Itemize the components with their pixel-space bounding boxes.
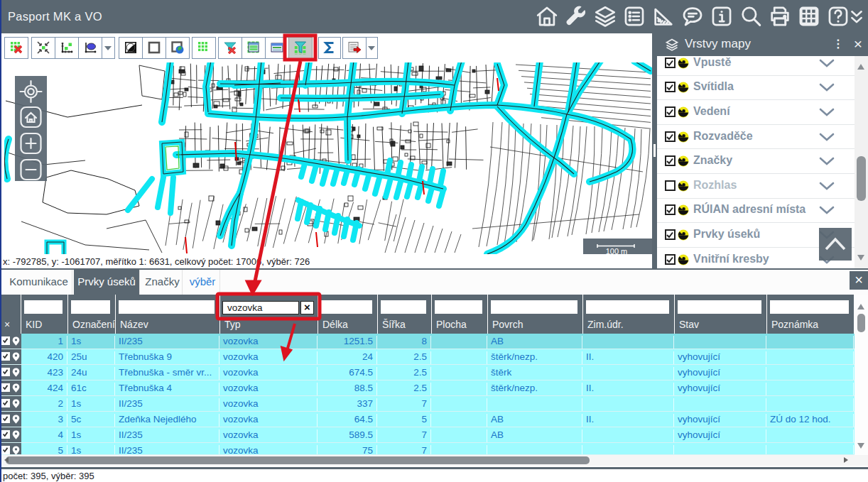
svg-text:100 m: 100 m	[606, 247, 628, 254]
